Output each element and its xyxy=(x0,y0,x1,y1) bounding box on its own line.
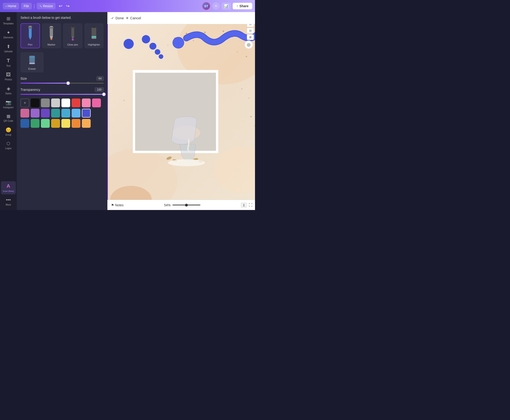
svg-point-45 xyxy=(124,39,134,49)
sidebar-item-instagram[interactable]: 📷 Instagram xyxy=(1,98,16,111)
color-swatch-yellow1[interactable] xyxy=(51,119,60,128)
svg-point-25 xyxy=(186,33,187,34)
color-swatch-blue1[interactable] xyxy=(61,109,70,118)
expand-button[interactable]: ⛶ xyxy=(249,203,252,207)
sidebar-item-elements[interactable]: ✦ Elements xyxy=(1,28,16,41)
notes-button[interactable]: ⚑ Notes xyxy=(111,203,124,207)
svg-point-37 xyxy=(246,56,247,57)
transparency-label: Transparency xyxy=(21,88,40,91)
svg-point-27 xyxy=(204,31,206,33)
sidebar-item-styles[interactable]: ◈ Styles xyxy=(1,84,16,97)
transparency-slider[interactable] xyxy=(21,94,104,95)
page-number: 1 xyxy=(241,202,247,208)
undo-button[interactable]: ↩ xyxy=(57,2,64,10)
sidebar-item-uploads[interactable]: ⬆ Uploads xyxy=(1,42,16,55)
pen-svg xyxy=(26,26,35,42)
avatar-initials: ST xyxy=(204,4,208,8)
sidebar-item-photos[interactable]: 🖼 Photos xyxy=(1,70,16,83)
canvas-view-3[interactable]: ⊠ xyxy=(247,34,254,40)
color-swatch-gray[interactable] xyxy=(41,98,50,107)
redo-button[interactable]: ↪ xyxy=(65,2,71,10)
canvas-view[interactable]: ⊡ ⊟ ⊠ ◎ xyxy=(107,24,255,200)
logos-icon: ⬡ xyxy=(7,141,10,146)
color-swatch-lightorange[interactable] xyxy=(82,119,91,128)
brush-eraser[interactable]: Eraser xyxy=(21,52,44,73)
svg-rect-18 xyxy=(91,36,96,38)
svg-rect-15 xyxy=(91,27,96,36)
add-button[interactable]: + xyxy=(212,2,220,10)
size-slider[interactable] xyxy=(21,83,104,84)
svg-point-42 xyxy=(250,116,252,117)
color-swatch-black[interactable] xyxy=(31,98,39,107)
sidebar-item-draw[interactable]: A Draw (Beta) xyxy=(1,181,16,195)
done-button[interactable]: ✓ Done xyxy=(111,16,124,20)
sidebar: ⊞ Templates ✦ Elements ⬆ Uploads T Text … xyxy=(0,12,17,210)
color-add-button[interactable]: + xyxy=(21,98,29,107)
file-label: File xyxy=(24,4,29,8)
share-button[interactable]: ↑ Share xyxy=(233,3,252,9)
color-row-1: + xyxy=(21,98,104,107)
sidebar-item-more[interactable]: ••• More xyxy=(1,195,16,208)
color-swatch-orange[interactable] xyxy=(72,119,80,128)
emoji-icon: 😊 xyxy=(6,127,11,133)
resize-label: Resize xyxy=(43,4,53,8)
brush-glow-pen[interactable]: Glow pen xyxy=(63,23,83,48)
color-swatch-blue3[interactable] xyxy=(82,109,91,118)
brush-pen[interactable]: Pen xyxy=(21,23,40,48)
sidebar-item-text[interactable]: T Text xyxy=(1,56,16,69)
sidebar-item-qrcode[interactable]: ▦ QR Code xyxy=(1,112,16,124)
file-button[interactable]: File xyxy=(21,3,32,9)
brush-marker[interactable]: Marker xyxy=(42,23,61,48)
bottom-bar: ⚑ Notes 54% 1 ⛶ xyxy=(107,200,255,210)
color-swatch-lightgreen[interactable] xyxy=(41,119,50,128)
svg-point-54 xyxy=(166,156,172,160)
cancel-button[interactable]: ✕ Cancel xyxy=(126,16,141,20)
zoom-slider-thumb[interactable] xyxy=(185,204,188,207)
zoom-slider[interactable] xyxy=(173,205,200,205)
home-button[interactable]: ‹ Home xyxy=(3,3,19,9)
sidebar-item-templates[interactable]: ⊞ Templates xyxy=(1,14,16,27)
color-swatch-white[interactable] xyxy=(61,98,70,107)
svg-rect-12 xyxy=(71,26,74,27)
sidebar-item-logos[interactable]: ⬡ Logos xyxy=(1,139,16,152)
canvas-view-1[interactable]: ⊡ xyxy=(247,24,254,27)
color-swatch-green[interactable] xyxy=(31,119,39,128)
uploads-label: Uploads xyxy=(4,50,13,53)
svg-point-24 xyxy=(214,147,255,193)
marker-icon-area xyxy=(46,26,57,42)
brush-highlighter[interactable]: Highlighter xyxy=(84,23,104,48)
home-label: Home xyxy=(8,4,16,8)
color-swatch-yellow2[interactable] xyxy=(61,119,70,128)
instagram-icon: 📷 xyxy=(6,100,11,105)
color-swatch-purple2[interactable] xyxy=(31,109,39,118)
svg-point-46 xyxy=(142,35,150,44)
svg-rect-20 xyxy=(29,56,35,58)
highlighter-label: Highlighter xyxy=(88,43,100,46)
glow-pen-label: Glow pen xyxy=(68,43,78,46)
draw-icon: A xyxy=(7,183,10,189)
sidebar-item-emoji[interactable]: 😊 Emoji xyxy=(1,125,16,138)
svg-point-43 xyxy=(254,125,255,126)
canvas-view-2[interactable]: ⊟ xyxy=(247,28,254,33)
analytics-button[interactable]: 📊 xyxy=(221,3,231,10)
glow-pen-icon-area xyxy=(67,26,79,42)
instagram-label: Instagram xyxy=(3,106,14,109)
transparency-value: 100 xyxy=(95,87,104,92)
color-swatch-navy[interactable] xyxy=(21,119,29,128)
size-thumb[interactable] xyxy=(66,81,70,85)
brush-panel-title: Select a brush below to get started. xyxy=(21,16,104,20)
resize-button[interactable]: ⤡ Resize xyxy=(37,3,56,9)
color-swatch-blue2[interactable] xyxy=(72,109,80,118)
color-swatch-teal[interactable] xyxy=(51,109,60,118)
color-swatch-purple3[interactable] xyxy=(41,109,50,118)
color-swatch-pink[interactable] xyxy=(92,98,101,107)
color-swatch-lightgray[interactable] xyxy=(51,98,60,107)
color-swatch-purple1[interactable] xyxy=(21,109,29,118)
color-swatch-red[interactable] xyxy=(72,98,80,107)
color-swatch-lightpink[interactable] xyxy=(82,98,91,107)
svg-point-26 xyxy=(193,40,194,41)
collapse-handle[interactable]: ‹ xyxy=(106,106,107,116)
transparency-thumb[interactable] xyxy=(102,92,106,96)
marker-label: Marker xyxy=(47,43,55,46)
zoom-circle-button[interactable]: ◎ xyxy=(244,40,253,49)
